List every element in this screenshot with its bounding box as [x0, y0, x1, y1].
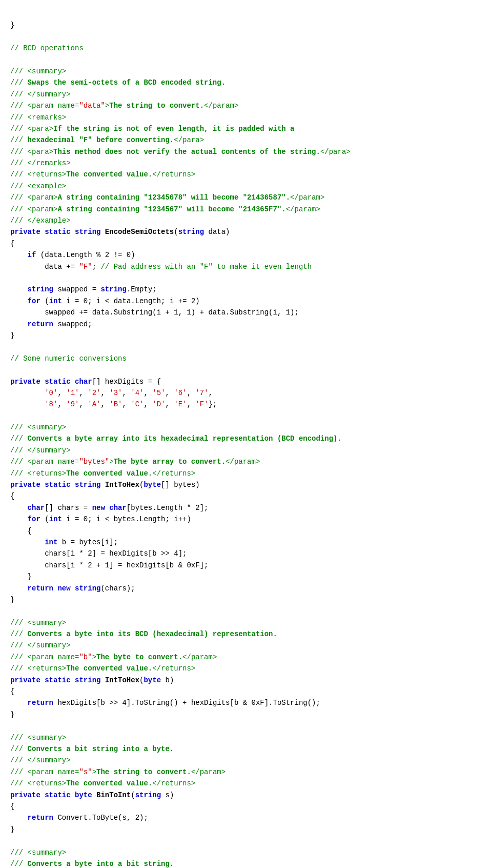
code-editor: } // BCD operations /// <summary> /// Sw…	[10, 8, 482, 868]
